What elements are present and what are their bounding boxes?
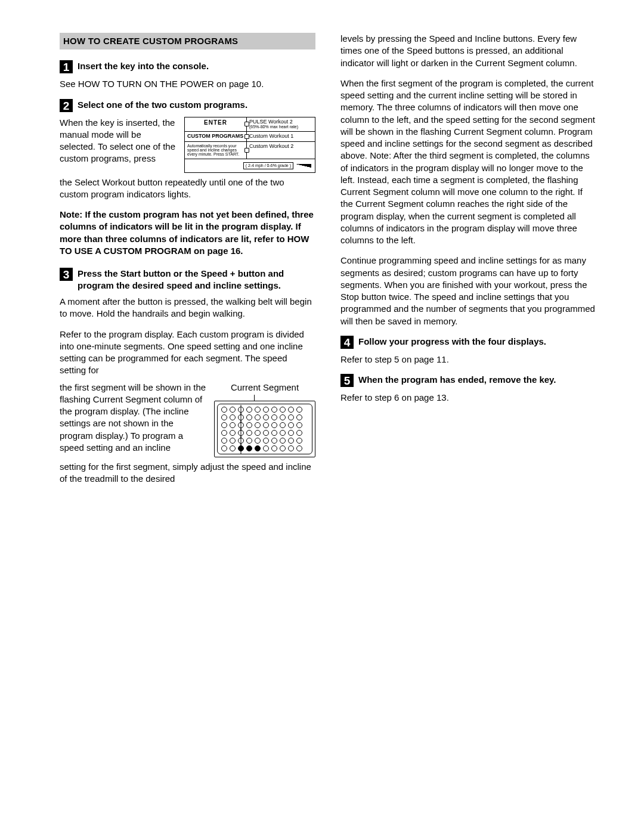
step-5-title: When the program has ended, remove the k… [358,374,556,386]
step-1: 1 Insert the key into the console. [60,60,315,73]
step-3-p1: A moment after the button is pressed, th… [60,296,315,320]
custom-workout-2-label: Custom Workout 2 [247,142,315,159]
display-outer [214,401,315,457]
page: HOW TO CREATE CUSTOM PROGRAMS 1 Insert t… [0,0,644,833]
step-number-icon: 1 [60,60,73,73]
custom-programs-diagram: ENTER PULSE Workout 2 (65%-80% max heart… [184,117,315,173]
section-heading: HOW TO CREATE CUSTOM PROGRAMS [60,33,315,49]
step-3-p2a: Refer to the program display. Each custo… [60,329,315,377]
custom-programs-header: CUSTOM PROGRAMS [187,134,244,140]
step-1-title: Insert the key into the console. [78,60,209,72]
step-3-wrap: Current Segment the [60,382,315,460]
scale-label: ( 2-4 mph / 0-6% grade ) [243,162,293,169]
step-4: 4 Follow your progress with the four dis… [340,336,596,349]
step-2-intro: When the key is inserted, the manual mod… [60,117,175,164]
step-number-icon: 2 [60,99,73,112]
right-bot-para: Continue programming speed and incline s… [340,255,596,327]
pulse-title: PULSE Workout 2 [249,119,312,125]
step-3: 3 Press the Start button or the Speed + … [60,268,315,291]
pulse-sub: (65%-80% max heart rate) [249,125,312,129]
two-column-layout: HOW TO CREATE CUSTOM PROGRAMS 1 Insert t… [60,33,596,493]
step-5-body: Refer to step 6 on page 13. [340,392,596,404]
connector-icon [244,122,249,126]
custom-programs-header-cell: CUSTOM PROGRAMS [185,132,247,141]
step-2-note: Note: If the custom program has not yet … [60,209,315,257]
step-2: 2 Select one of the two custom programs. [60,99,315,112]
right-top-para: levels by pressing the Speed and Incline… [340,33,596,69]
step-3-title: Press the Start button or the Speed + bu… [78,268,315,291]
right-mid-para: When the first segment of the program is… [340,78,596,247]
step-2-rest: the Select Workout button repeatedly unt… [60,176,315,201]
right-column: levels by pressing the Speed and Incline… [340,33,596,493]
current-segment-diagram: Current Segment [214,382,315,457]
left-column: HOW TO CREATE CUSTOM PROGRAMS 1 Insert t… [60,33,315,493]
incline-wedge-icon [296,164,311,168]
step-3-p2b: the first segment will be shown in the f… [60,382,206,453]
step-4-title: Follow your progress with the four displ… [358,336,546,348]
pulse-workout-label: PULSE Workout 2 (65%-80% max heart rate) [247,117,315,131]
custom-workout-1-label: Custom Workout 1 [247,132,315,141]
enter-box: ENTER [185,117,247,131]
step-number-icon: 4 [340,336,354,349]
connector-icon [244,148,249,153]
step-5: 5 When the program has ended, remove the… [340,374,596,387]
step-4-body: Refer to step 5 on page 11. [340,354,596,366]
display-inner [217,404,312,454]
pointer-tick-icon [214,395,315,401]
step-2-title: Select one of the two custom programs. [78,99,247,111]
connector-icon [244,134,249,139]
step-3-p2c: setting for the first segment, simply ad… [60,461,315,485]
current-segment-label: Current Segment [214,382,315,395]
step-number-icon: 3 [60,268,73,281]
step-1-body: See HOW TO TURN ON THE POWER on page 10. [60,78,315,90]
custom-programs-desc: Automatically records your speed and inc… [185,142,247,159]
step-2-body: ENTER PULSE Workout 2 (65%-80% max heart… [60,117,315,175]
step-number-icon: 5 [340,374,354,387]
